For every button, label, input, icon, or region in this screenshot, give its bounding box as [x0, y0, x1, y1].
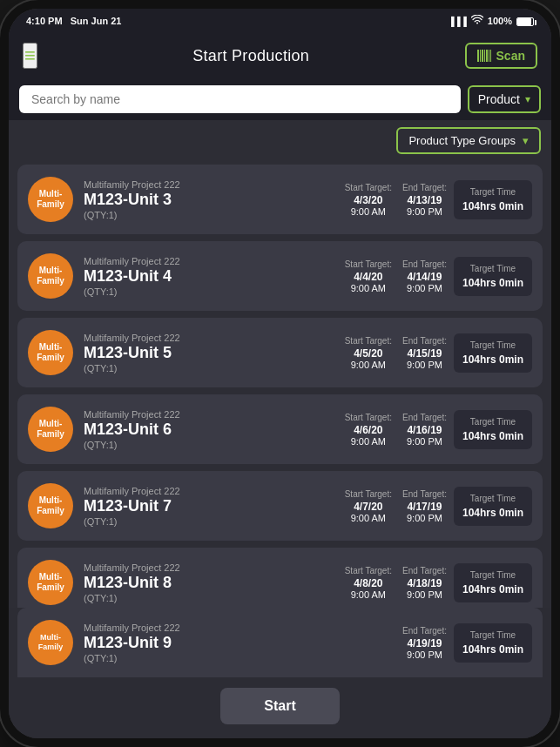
header: ≡ Start Production Scan: [9, 33, 551, 78]
group-dropdown[interactable]: Product Type Groups ▾: [396, 127, 541, 154]
qty-label: (QTY:1): [84, 286, 334, 297]
start-label: Start Target:: [345, 183, 392, 192]
start-time: 9:00 AM: [351, 206, 386, 217]
target-time-box: Target Time 104hrs 0min: [454, 487, 532, 526]
start-date: 4/4/20: [354, 271, 382, 283]
avatar: Multi-Family: [28, 407, 73, 452]
card-targets: Start Target: 4/4/20 9:00 AM End Target:…: [345, 257, 532, 296]
target-time-value: 104hrs 0min: [462, 430, 523, 442]
start-time: 9:00 AM: [351, 513, 386, 523]
end-time: 9:00 PM: [407, 513, 442, 523]
production-card[interactable]: Multi-Family Multifamily Project 222 M12…: [17, 548, 543, 608]
card-targets: Start Target: 4/3/20 9:00 AM End Target:…: [345, 180, 532, 219]
svg-rect-4: [486, 50, 488, 62]
start-label: Start Target:: [345, 489, 392, 499]
end-label: End Target:: [402, 626, 447, 636]
start-target-col: Start Target: 4/4/20 9:00 AM: [345, 259, 392, 293]
hamburger-button[interactable]: ≡: [23, 43, 37, 69]
start-date: 4/3/20: [354, 194, 382, 206]
search-input[interactable]: [19, 85, 461, 113]
end-label: End Target:: [402, 413, 447, 422]
status-right: ▐▐▐ 100%: [449, 15, 534, 27]
signal-icon: ▐▐▐: [449, 17, 467, 26]
end-date: 4/19/19: [407, 637, 442, 649]
barcode-icon: [477, 50, 491, 62]
start-button[interactable]: Start: [220, 688, 339, 724]
unit-name: M123-Unit 7: [84, 497, 334, 515]
target-dates: Start Target: 4/4/20 9:00 AM End Target:…: [345, 259, 447, 293]
production-card[interactable]: Multi-Family Multifamily Project 222 M12…: [17, 471, 543, 541]
start-label: Start Target:: [345, 336, 392, 346]
group-label: Product Type Groups: [408, 134, 516, 147]
last-card-partial[interactable]: Multi-Family Multifamily Project 222 M12…: [17, 608, 543, 677]
end-target-col: End Target: 4/17/19 9:00 PM: [402, 489, 447, 523]
start-label: Start Target:: [345, 259, 392, 269]
production-card[interactable]: Multi-Family Multifamily Project 222 M12…: [17, 318, 543, 387]
qty-label: (QTY:1): [84, 440, 334, 450]
production-card[interactable]: Multi-Family Multifamily Project 222 M12…: [17, 241, 543, 311]
production-card[interactable]: Multi-Family Multifamily Project 222 M12…: [17, 165, 543, 234]
unit-name: M123-Unit 6: [84, 421, 334, 439]
end-target-col: End Target: 4/13/19 9:00 PM: [402, 183, 447, 217]
group-chevron-icon: ▾: [523, 134, 529, 147]
end-target-col: End Target: 4/14/19 9:00 PM: [402, 259, 447, 293]
avatar: Multi-Family: [28, 253, 73, 299]
start-target-col: Start Target: 4/3/20 9:00 AM: [345, 183, 392, 217]
header-title: Start Production: [192, 47, 309, 65]
product-label: Product: [478, 92, 520, 106]
target-time-label: Target Time: [470, 630, 516, 640]
unit-name: M123-Unit 9: [84, 634, 392, 652]
start-target-col: Start Target: 4/7/20 9:00 AM: [345, 489, 392, 523]
card-list: Multi-Family Multifamily Project 222 M12…: [9, 161, 551, 608]
avatar: Multi-Family: [28, 560, 73, 605]
start-date: 4/7/20: [354, 501, 382, 513]
card-info: Multifamily Project 222 M123-Unit 3 (QTY…: [84, 179, 334, 220]
end-label: End Target:: [402, 183, 447, 192]
qty-label: (QTY:1): [84, 593, 334, 603]
start-time: 9:00 AM: [351, 360, 386, 370]
battery-icon: 100%: [488, 16, 534, 26]
project-name: Multifamily Project 222: [84, 622, 392, 633]
end-target-col: End Target: 4/15/19 9:00 PM: [402, 336, 447, 370]
end-date: 4/18/19: [407, 577, 442, 589]
project-name: Multifamily Project 222: [84, 333, 334, 343]
production-card[interactable]: Multi-Family Multifamily Project 222 M12…: [17, 394, 543, 464]
target-time-value: 104hrs 0min: [462, 643, 523, 656]
svg-rect-2: [482, 50, 483, 62]
start-time: 9:00 AM: [351, 436, 386, 447]
card-info: Multifamily Project 222 M123-Unit 8 (QTY…: [84, 562, 334, 603]
avatar: Multi-Family: [28, 177, 73, 222]
card-info: Multifamily Project 222 M123-Unit 5 (QTY…: [84, 333, 334, 374]
end-time: 9:00 PM: [407, 360, 442, 370]
svg-rect-0: [477, 50, 479, 62]
target-dates: Start Target: 4/3/20 9:00 AM End Target:…: [345, 183, 447, 217]
target-time-value: 104hrs 0min: [462, 200, 523, 212]
card-info: Multifamily Project 222 M123-Unit 7 (QTY…: [84, 486, 334, 527]
target-time-label: Target Time: [470, 570, 516, 580]
filter-bar: Product Type Groups ▾: [9, 120, 551, 161]
unit-name: M123-Unit 8: [84, 574, 334, 592]
product-dropdown[interactable]: Product ▾: [468, 85, 541, 113]
target-time-label: Target Time: [470, 187, 516, 197]
avatar: Multi-Family: [28, 330, 73, 375]
end-date: 4/16/19: [407, 424, 442, 436]
start-target-col: Start Target: 4/8/20 9:00 AM: [345, 566, 392, 600]
target-time-box: Target Time 104hrs 0min: [454, 410, 532, 449]
target-time-box: Target Time 104hrs 0min: [454, 257, 532, 296]
target-time-box: Target Time 104hrs 0min: [454, 180, 532, 219]
end-target-col: End Target: 4/16/19 9:00 PM: [402, 413, 447, 447]
search-filter-row: Product ▾: [9, 78, 551, 120]
start-date: 4/6/20: [354, 424, 382, 436]
avatar: Multi-Family: [28, 483, 73, 528]
svg-rect-5: [489, 50, 489, 62]
avatar: Multi-Family: [28, 620, 73, 665]
card-targets: Start Target: 4/8/20 9:00 AM End Target:…: [345, 563, 532, 602]
target-dates: End Target: 4/19/19 9:00 PM: [402, 626, 447, 660]
qty-label: (QTY:1): [84, 516, 334, 527]
scan-button[interactable]: Scan: [465, 43, 537, 69]
svg-rect-1: [480, 50, 481, 62]
scan-label: Scan: [496, 49, 525, 63]
start-label: Start Target:: [345, 413, 392, 422]
target-time-box: Target Time 104hrs 0min: [454, 623, 532, 663]
svg-rect-6: [490, 50, 491, 62]
